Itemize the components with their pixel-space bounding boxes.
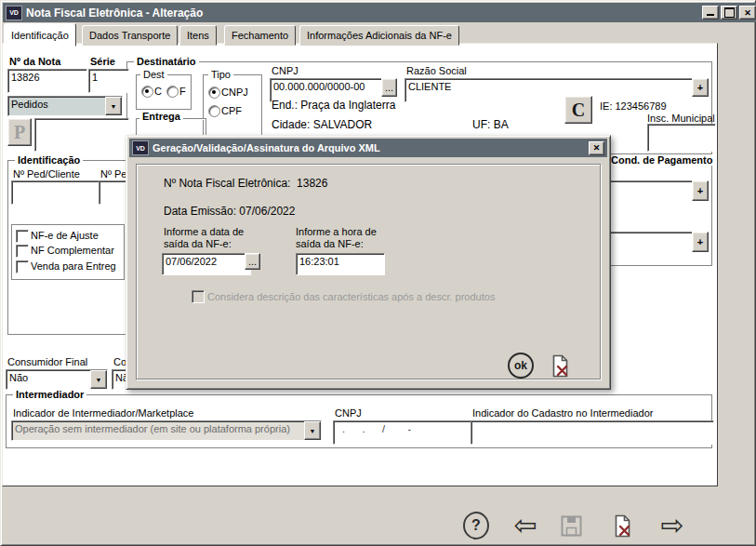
- window-controls: ✕: [702, 6, 756, 20]
- dest-radio-f-label: F: [179, 86, 186, 97]
- dialog-cancel-button[interactable]: [547, 353, 573, 379]
- venda-entrega-checkbox[interactable]: [16, 260, 29, 273]
- tab-itens[interactable]: Itens: [179, 25, 217, 46]
- nfe-ajuste-checkbox[interactable]: [16, 230, 29, 243]
- dialog-icon: VD: [132, 140, 149, 155]
- titlebar: VD Nota Fiscal Eletrônica - Alteração ✕: [3, 3, 756, 22]
- indicador-marketplace-label: Indicador de Intermediador/Marketplace: [13, 407, 193, 419]
- dialog-title: Geração/Validação/Assinatura do Arquivo …: [153, 142, 380, 153]
- ped-cliente-input[interactable]: [11, 180, 104, 205]
- data-saida-input[interactable]: 07/06/2022: [162, 253, 251, 275]
- nf-number-input[interactable]: 13826: [7, 69, 87, 93]
- intermediador-cnpj-input[interactable]: . . / -: [333, 420, 472, 445]
- close-button[interactable]: ✕: [739, 6, 756, 20]
- razao-social-label: Razão Social: [406, 65, 467, 76]
- tipo-radio-cpf[interactable]: [208, 105, 220, 117]
- dest-radio-f[interactable]: [166, 86, 179, 98]
- tab-fechamento[interactable]: Fechamento: [224, 25, 296, 46]
- destinatario-group-label: Destinatário: [134, 56, 199, 67]
- close-icon: ✕: [744, 8, 751, 18]
- xml-generation-dialog: VD Geração/Validação/Assinatura do Arqui…: [126, 135, 611, 390]
- hora-saida-input[interactable]: 16:23:01: [296, 253, 385, 275]
- serie-label: Série: [90, 56, 115, 67]
- data-saida-browse-button[interactable]: ...: [245, 253, 260, 270]
- venda-entrega-label: Venda para Entreg: [31, 260, 116, 272]
- indicador-marketplace-value: Operação sem intermediador (em site ou p…: [12, 421, 304, 440]
- nf-number-label: Nº da Nota: [9, 56, 60, 67]
- window-title: Nota Fiscal Eletrônica - Alteração: [26, 7, 203, 20]
- app-root: { "window": { "title": "Nota Fiscal Elet…: [0, 0, 756, 546]
- consumidor-final-label: Consumidor Final: [7, 356, 87, 367]
- dialog-close-button[interactable]: ✕: [589, 141, 604, 155]
- previous-button[interactable]: ⇦: [510, 510, 541, 541]
- intermediador-group-label: Intermediador: [13, 389, 86, 400]
- tipo-group-label: Tipo: [208, 69, 233, 80]
- arrow-right-icon: ⇨: [660, 512, 683, 539]
- save-button[interactable]: [558, 513, 584, 539]
- pedidos-combobox[interactable]: Pedidos ▼: [7, 96, 123, 116]
- cliente-c-button[interactable]: C: [564, 96, 592, 124]
- tab-identificacao[interactable]: Identificação: [4, 23, 76, 47]
- cond-pagamento-label: Cond. de Pagamento: [608, 154, 715, 166]
- chevron-down-icon[interactable]: ▼: [90, 370, 107, 389]
- tipo-radio-cnpj-label: CNPJ: [221, 87, 248, 98]
- cond-pagamento-add-button[interactable]: +: [692, 180, 709, 201]
- chevron-down-icon[interactable]: ▼: [105, 97, 122, 115]
- uf-text: UF: BA: [472, 118, 509, 131]
- indicador-marketplace-combobox[interactable]: Operação sem intermediador (em site ou p…: [11, 420, 322, 441]
- close-icon: ✕: [593, 143, 601, 153]
- razao-social-add-button[interactable]: +: [692, 78, 709, 97]
- cadastro-intermediador-input[interactable]: [471, 420, 714, 445]
- ped2-label: Nº Pe: [100, 168, 126, 180]
- save-disk-icon: [559, 513, 584, 539]
- tab-informacoes-adicionais[interactable]: Informações Adicionais da NF-e: [299, 25, 459, 46]
- cidade-text: Cidade: SALVADOR: [272, 118, 372, 131]
- next-button[interactable]: ⇨: [657, 510, 688, 541]
- pedido-number-input[interactable]: [34, 118, 129, 152]
- dialog-titlebar: VD Geração/Validação/Assinatura do Arqui…: [129, 139, 607, 157]
- document-x-icon: [610, 513, 635, 539]
- consumidor-final-combobox[interactable]: Não ▼: [6, 369, 108, 390]
- cnpj-browse-button[interactable]: ...: [381, 78, 397, 97]
- ie-text: IE: 123456789: [600, 100, 667, 112]
- cadastro-intermediador-label: Indicador do Cadastro no Intermediador: [472, 407, 653, 419]
- projeto-add-button[interactable]: +: [692, 232, 709, 252]
- endereco-text: End.: Praça da Inglaterra: [272, 99, 395, 112]
- nf-complementar-label: NF Complementar: [31, 245, 114, 256]
- chevron-down-icon[interactable]: ▼: [304, 421, 321, 440]
- dest-radio-c[interactable]: [141, 86, 153, 98]
- considera-descricao-checkbox[interactable]: [192, 290, 205, 303]
- maximize-icon: [724, 7, 735, 18]
- intermediador-cnpj-label: CNPJ: [335, 407, 362, 419]
- c-button-label: C: [572, 100, 585, 121]
- razao-social-input[interactable]: CLIENTE: [405, 78, 698, 102]
- tab-dados-transporte[interactable]: Dados Transporte: [82, 25, 178, 46]
- ped-cliente-label: Nº Ped/Cliente: [13, 168, 80, 180]
- dest-group-label: Dest: [140, 69, 167, 80]
- considera-descricao-label: Considera descrição das características …: [207, 291, 495, 302]
- consumidor-final-value: Não: [7, 370, 90, 389]
- pedido-p-button[interactable]: P: [7, 118, 32, 146]
- cancel-document-button[interactable]: [609, 513, 635, 539]
- tipo-radio-cnpj[interactable]: [208, 87, 220, 99]
- dialog-emissao-text: Data Emissão: 07/06/2022: [164, 205, 295, 218]
- nfe-ajuste-label: NF-e de Ajuste: [31, 230, 99, 241]
- help-button[interactable]: ?: [463, 513, 489, 539]
- pedidos-value: Pedidos: [8, 97, 105, 115]
- p-button-label: P: [14, 122, 25, 143]
- dialog-nf-number-text: Nº Nota Fiscal Eletrônica: 13826: [164, 177, 327, 190]
- nf-complementar-checkbox[interactable]: [16, 245, 29, 258]
- entrega-group-label: Entrega: [139, 111, 183, 122]
- identificacao-group-label: Identificação: [15, 154, 83, 166]
- minimize-button[interactable]: [702, 6, 719, 20]
- maximize-button[interactable]: [721, 6, 737, 20]
- insc-municipal-label: Insc. Municipal: [647, 113, 715, 124]
- insc-municipal-input[interactable]: [647, 124, 716, 152]
- data-saida-label: Informe a data de saída da NF-e:: [164, 226, 268, 250]
- arrow-left-icon: ⇦: [513, 512, 537, 539]
- help-icon: ?: [463, 512, 489, 539]
- serie-input[interactable]: 1: [88, 69, 129, 93]
- document-x-icon: [548, 353, 573, 379]
- cnpj-label: CNPJ: [272, 65, 298, 76]
- ok-button[interactable]: ok: [508, 353, 534, 379]
